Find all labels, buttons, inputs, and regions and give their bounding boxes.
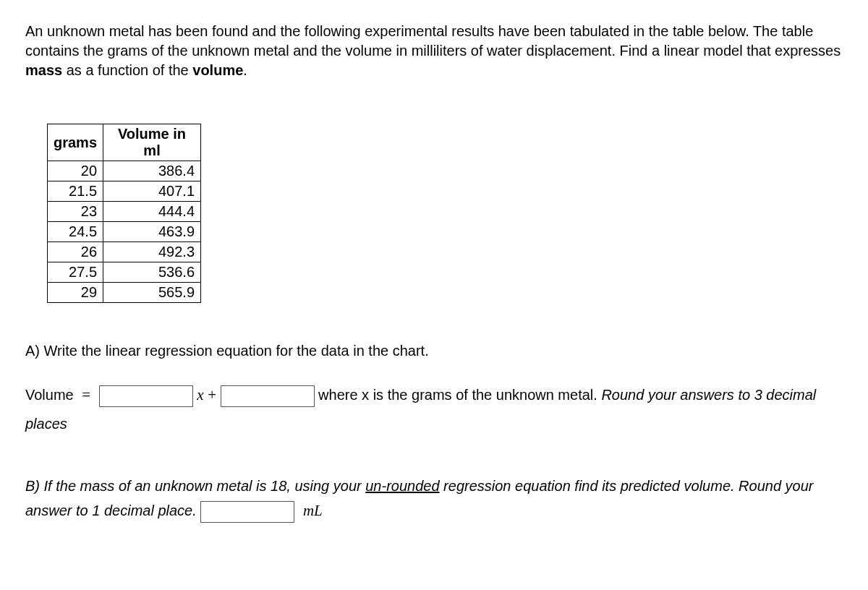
table-header-grams: grams — [48, 124, 103, 161]
cell-volume: 407.1 — [103, 181, 201, 202]
volume-label: Volume — [25, 387, 77, 403]
table-row: 20386.4 — [48, 161, 201, 181]
table-header-volume: Volume in ml — [103, 124, 201, 161]
equation-line: Volume = x + where x is the grams of the… — [25, 381, 843, 437]
slope-input[interactable] — [99, 385, 193, 407]
cell-volume: 565.9 — [103, 283, 201, 303]
cell-volume: 536.6 — [103, 262, 201, 283]
mL-unit: mL — [303, 502, 323, 519]
table-row: 27.5536.6 — [48, 262, 201, 283]
cell-volume: 444.4 — [103, 202, 201, 222]
cell-volume: 386.4 — [103, 161, 201, 181]
data-table: grams Volume in ml 20386.4 21.5407.1 234… — [47, 124, 201, 303]
intro-text-3: . — [243, 62, 247, 78]
unrounded-word: un-rounded — [365, 478, 439, 494]
mass-word: mass — [25, 62, 62, 78]
table-row: 26492.3 — [48, 242, 201, 262]
cell-volume: 463.9 — [103, 222, 201, 242]
cell-grams: 21.5 — [48, 181, 103, 202]
plus-sign: + — [208, 386, 216, 403]
table-row: 21.5407.1 — [48, 181, 201, 202]
intro-text-2: as a function of the — [62, 62, 192, 78]
cell-volume: 492.3 — [103, 242, 201, 262]
cell-grams: 26 — [48, 242, 103, 262]
data-table-container: grams Volume in ml 20386.4 21.5407.1 234… — [47, 124, 843, 303]
part-b-text-1: B) If the mass of an unknown metal is 18… — [25, 478, 365, 494]
predicted-volume-input[interactable] — [200, 501, 294, 523]
volume-word: volume — [192, 62, 243, 78]
x-variable: x — [197, 386, 203, 403]
cell-grams: 27.5 — [48, 262, 103, 283]
cell-grams: 23 — [48, 202, 103, 222]
intro-text-1: An unknown metal has been found and the … — [25, 23, 841, 59]
table-row: 23444.4 — [48, 202, 201, 222]
cell-grams: 29 — [48, 283, 103, 303]
intercept-input[interactable] — [221, 385, 315, 407]
table-row: 24.5463.9 — [48, 222, 201, 242]
part-b-prompt: B) If the mass of an unknown metal is 18… — [25, 474, 843, 524]
table-row: 29565.9 — [48, 283, 201, 303]
cell-grams: 24.5 — [48, 222, 103, 242]
problem-statement: An unknown metal has been found and the … — [25, 22, 843, 80]
part-a-prompt: A) Write the linear regression equation … — [25, 343, 843, 359]
cell-grams: 20 — [48, 161, 103, 181]
equation-tail: where x is the grams of the unknown meta… — [318, 387, 601, 403]
equals-sign: = — [77, 386, 95, 403]
